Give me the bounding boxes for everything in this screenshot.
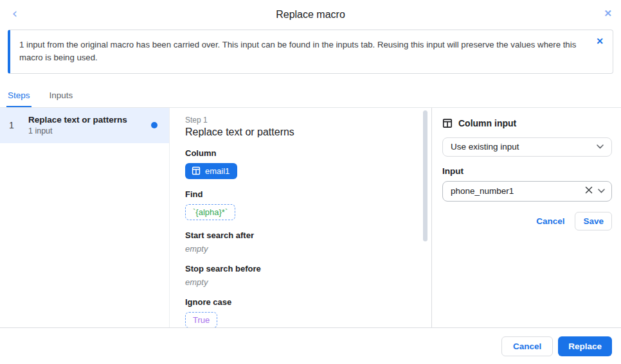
- step-texts: Replace text or patterns 1 input: [28, 115, 146, 135]
- footer-replace-button[interactable]: Replace: [558, 336, 612, 356]
- panel-cancel-button[interactable]: Cancel: [536, 216, 564, 226]
- field-label-stop-search-before: Stop search before: [185, 264, 412, 273]
- dialog-close-button[interactable]: ✕: [604, 8, 612, 19]
- step-detail-title: Replace text or patterns: [185, 126, 412, 138]
- info-banner: 1 input from the original macro has been…: [8, 30, 613, 74]
- stop-search-before-value: empty: [185, 277, 412, 287]
- dialog-footer: Cancel Replace: [0, 327, 621, 364]
- field-label-column: Column: [185, 148, 412, 158]
- clear-x-icon: [585, 186, 593, 196]
- input-combobox-value: phone_number1: [451, 186, 584, 196]
- step-list-item[interactable]: 1 Replace text or patterns 1 input: [0, 108, 169, 143]
- tab-inputs[interactable]: Inputs: [48, 85, 75, 107]
- clear-input-button[interactable]: [584, 185, 594, 197]
- column-input-actions: Cancel Save: [442, 212, 612, 230]
- step-title: Replace text or patterns: [28, 115, 146, 125]
- chevron-down-icon: [597, 144, 604, 149]
- input-source-select[interactable]: Use existing input: [442, 137, 612, 157]
- table-column-icon: [192, 166, 201, 175]
- column-input-header: Column input: [442, 118, 612, 128]
- step-subtitle: 1 input: [28, 126, 146, 135]
- content-area: 1 Replace text or patterns 1 input Step …: [0, 108, 621, 334]
- dialog-header: ‹ Replace macro ✕: [0, 0, 621, 28]
- back-button[interactable]: ‹: [8, 6, 22, 21]
- input-combobox[interactable]: phone_number1: [442, 181, 612, 202]
- steps-list-panel: 1 Replace text or patterns 1 input: [0, 108, 170, 334]
- scrollbar-thumb[interactable]: [423, 110, 428, 241]
- panel-save-button[interactable]: Save: [575, 212, 612, 230]
- chevron-left-icon: ‹: [12, 6, 17, 21]
- info-banner-text: 1 input from the original macro has been…: [19, 40, 576, 62]
- active-step-dot-icon: [151, 122, 158, 128]
- column-chip[interactable]: email1: [185, 163, 237, 179]
- step-number: 1: [9, 120, 28, 130]
- banner-close-button[interactable]: ✕: [596, 36, 604, 46]
- start-search-after-value: empty: [185, 244, 412, 254]
- field-label-ignore-case: Ignore case: [185, 297, 412, 307]
- table-column-icon: [442, 118, 453, 128]
- close-icon: ✕: [596, 36, 604, 46]
- tab-bar: Steps Inputs: [0, 87, 621, 108]
- tab-steps[interactable]: Steps: [6, 85, 32, 107]
- input-source-select-value: Use existing input: [451, 142, 597, 152]
- chevron-down-icon: [598, 189, 605, 193]
- dialog-title: Replace macro: [0, 0, 621, 21]
- column-input-panel: Column input Use existing input Input ph…: [432, 108, 621, 334]
- step-label: Step 1: [185, 116, 412, 125]
- field-label-start-search-after: Start search after: [185, 230, 412, 240]
- column-chip-label: email1: [205, 166, 230, 176]
- close-icon: ✕: [604, 8, 612, 19]
- input-field-label: Input: [442, 166, 612, 176]
- column-input-title: Column input: [458, 118, 516, 128]
- footer-cancel-button[interactable]: Cancel: [501, 336, 553, 356]
- field-label-find: Find: [185, 189, 412, 199]
- ignore-case-chip[interactable]: True: [185, 312, 217, 328]
- step-detail-panel: Step 1 Replace text or patterns Column e…: [170, 108, 432, 334]
- find-pattern-chip[interactable]: `{alpha}*`: [185, 204, 235, 220]
